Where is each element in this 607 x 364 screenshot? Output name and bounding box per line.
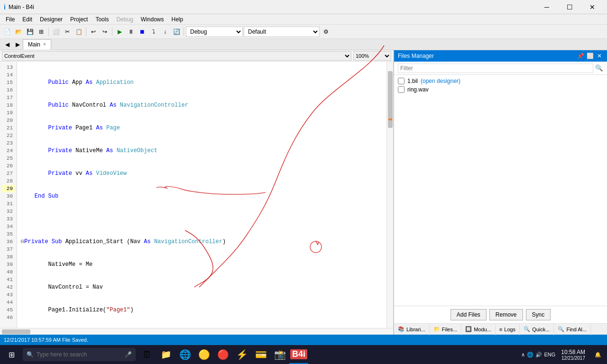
tab-main-label: Main bbox=[28, 41, 40, 48]
ln-35: 35 bbox=[2, 230, 15, 238]
tb-step-over[interactable]: ⤵ bbox=[148, 27, 159, 37]
menu-windows[interactable]: Windows bbox=[137, 15, 168, 24]
taskbar-zotero[interactable]: ⚡ bbox=[232, 345, 251, 364]
tb-step-in[interactable]: ↓ bbox=[160, 27, 170, 37]
tab-main-close[interactable]: × bbox=[43, 42, 46, 47]
notification-button[interactable]: 🔔 bbox=[591, 345, 605, 364]
taskbar-explorer[interactable]: 📁 bbox=[156, 345, 175, 364]
h-scrollbar[interactable] bbox=[0, 328, 393, 335]
tb-undo[interactable]: ↩ bbox=[88, 27, 99, 37]
tb-grid[interactable]: ⊞ bbox=[36, 27, 46, 37]
taskbar-opera[interactable]: 🔴 bbox=[213, 345, 232, 364]
taskbar-b4i[interactable]: B4i bbox=[289, 345, 308, 364]
tb-open[interactable]: 📂 bbox=[13, 27, 24, 37]
tb-copy-frame[interactable]: ⬜ bbox=[51, 27, 61, 37]
sync-button[interactable]: Sync bbox=[526, 309, 551, 320]
config-select[interactable]: Default bbox=[244, 27, 320, 37]
up-arrow-icon[interactable]: ∧ bbox=[521, 352, 525, 358]
ln-22: 22 bbox=[2, 132, 15, 139]
minimize-button[interactable]: ─ bbox=[536, 0, 558, 14]
tb-more[interactable]: ⚙ bbox=[321, 27, 331, 37]
code-text: NavControl = Nav bbox=[21, 283, 103, 291]
kw: As bbox=[96, 124, 106, 132]
file-checkbox-ringwav[interactable] bbox=[398, 86, 405, 93]
tab-bar: ◀ ▶ Main × bbox=[0, 39, 607, 50]
task-view-icon: 🗓 bbox=[142, 349, 152, 360]
files-tab[interactable]: 📁 Files... bbox=[430, 324, 461, 335]
network-icon[interactable]: 🌐 bbox=[527, 352, 533, 358]
sep4 bbox=[184, 27, 184, 36]
tb-new[interactable]: 📄 bbox=[2, 27, 12, 37]
file-item-ringwav[interactable]: ring.wav bbox=[396, 85, 605, 94]
tb-cut[interactable]: ✂ bbox=[62, 27, 73, 37]
tb-pause[interactable]: ⏸ bbox=[126, 27, 136, 37]
close-button[interactable]: ✕ bbox=[581, 0, 603, 14]
code-line-17: Private vv As VideoView bbox=[21, 170, 383, 177]
taskbar-chrome[interactable]: 🟡 bbox=[194, 345, 213, 364]
logs-icon: ≡ bbox=[499, 327, 502, 332]
code-line-16: Private NativeMe As NativeObject bbox=[21, 147, 383, 155]
taskbar-git[interactable]: 💳 bbox=[251, 345, 270, 364]
code-line-19 bbox=[21, 215, 383, 223]
quicksearch-tab[interactable]: 🔍 Quick... bbox=[520, 324, 554, 335]
start-button[interactable]: ⊞ bbox=[2, 345, 21, 364]
menu-designer[interactable]: Designer bbox=[36, 15, 66, 24]
tb-run[interactable]: ▶ bbox=[114, 27, 125, 37]
logs-tab[interactable]: ≡ Logs bbox=[496, 324, 520, 335]
menu-edit[interactable]: Edit bbox=[18, 15, 36, 24]
menu-project[interactable]: Project bbox=[66, 15, 92, 24]
taskbar-clock[interactable]: 10:58 AM 12/21/2017 bbox=[557, 349, 589, 361]
zoom-select[interactable]: 100% 75% 125% bbox=[353, 51, 391, 61]
remove-button[interactable]: Remove bbox=[489, 309, 523, 320]
taskbar-search-input[interactable] bbox=[37, 351, 122, 358]
tab-next[interactable]: ▶ bbox=[12, 39, 23, 50]
code-text: NativeMe = Me bbox=[21, 261, 92, 268]
code-line-18: End Sub bbox=[21, 192, 383, 200]
h-scroll-thumb[interactable] bbox=[2, 329, 30, 334]
tb-stop[interactable]: ⏹ bbox=[137, 27, 147, 37]
findall-tab[interactable]: 🔍 Find Al... bbox=[554, 324, 591, 335]
file-item-1bil[interactable]: 1.bil (open designer) bbox=[396, 77, 605, 85]
eng-icon[interactable]: ENG bbox=[544, 352, 555, 357]
tb-save[interactable]: 💾 bbox=[25, 27, 35, 37]
code-area[interactable]: Public App As Application Public NavCont… bbox=[17, 62, 386, 328]
menu-file[interactable]: File bbox=[2, 15, 18, 24]
files-float-button[interactable]: ⬜ bbox=[586, 52, 594, 60]
modules-tab[interactable]: 🔲 Modu... bbox=[461, 324, 496, 335]
menu-debug[interactable]: Debug bbox=[112, 15, 137, 24]
open-designer-link[interactable]: (open designer) bbox=[421, 78, 460, 84]
taskbar-photos[interactable]: 📸 bbox=[270, 345, 289, 364]
files-close-button[interactable]: ✕ bbox=[596, 52, 603, 60]
menu-help[interactable]: Help bbox=[168, 15, 187, 24]
tab-prev[interactable]: ◀ bbox=[2, 39, 12, 50]
kw: As bbox=[106, 147, 117, 155]
kw: Private Sub bbox=[24, 238, 65, 246]
tb-copy[interactable]: 📋 bbox=[74, 27, 84, 37]
tb-refresh[interactable]: 🔄 bbox=[171, 27, 182, 37]
ln-15: 15 bbox=[2, 79, 15, 86]
task-view-button[interactable]: 🗓 bbox=[138, 345, 156, 364]
taskbar-edge[interactable]: 🌐 bbox=[175, 345, 194, 364]
files-search-button[interactable]: 🔍 bbox=[595, 64, 603, 72]
tab-main[interactable]: Main × bbox=[23, 39, 51, 50]
file-checkbox-1bil[interactable] bbox=[398, 78, 405, 84]
add-files-button[interactable]: Add Files bbox=[451, 309, 487, 320]
ln-21: 21 bbox=[2, 124, 15, 132]
volume-icon[interactable]: 🔊 bbox=[535, 352, 542, 358]
debug-select[interactable]: Debug Release bbox=[186, 27, 243, 37]
files-pin-button[interactable]: 📌 bbox=[577, 52, 584, 60]
maximize-button[interactable]: ☐ bbox=[559, 0, 580, 14]
title-bar: i Main - B4i ─ ☐ ✕ bbox=[0, 0, 607, 14]
modules-label: Modu... bbox=[474, 327, 491, 332]
libraries-tab[interactable]: 📚 Librari... bbox=[394, 324, 430, 335]
str: "Page1" bbox=[106, 306, 130, 314]
title-left: i Main - B4i bbox=[4, 3, 34, 11]
editor-scrollbar[interactable] bbox=[386, 62, 393, 328]
method-dropdown[interactable]: ControlEvent Application_Start bbox=[2, 51, 351, 61]
sys-icons: ∧ 🌐 🔊 ENG bbox=[521, 352, 555, 358]
kw: Private bbox=[21, 147, 75, 155]
menu-tools[interactable]: Tools bbox=[92, 15, 112, 24]
files-filter-input[interactable] bbox=[398, 64, 593, 73]
taskbar-search-box[interactable]: 🔍 🎤 bbox=[23, 348, 136, 361]
tb-redo[interactable]: ↪ bbox=[100, 27, 110, 37]
